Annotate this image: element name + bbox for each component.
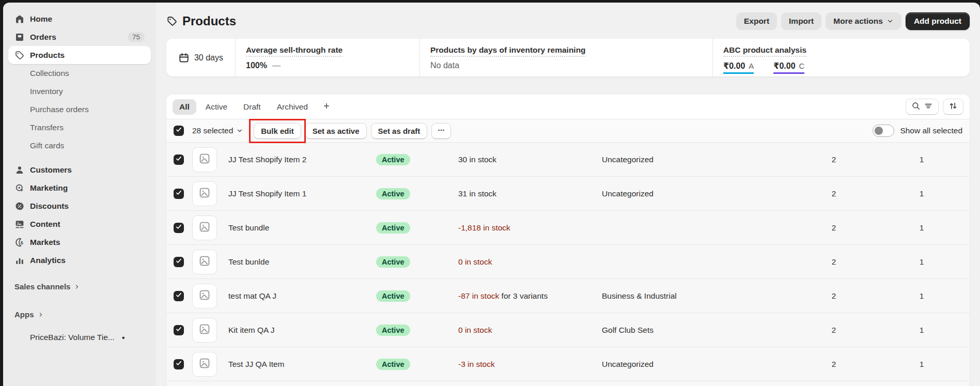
row-checkbox[interactable] (174, 325, 184, 335)
category-cell: Golf Club Sets (602, 326, 790, 335)
stats-card: 30 days Average sell-through rate 100% —… (166, 39, 970, 76)
selected-count-label: 28 selected (192, 126, 233, 135)
sidebar-item[interactable]: Transfers (8, 118, 151, 136)
status-badge: Active (376, 154, 410, 165)
app-notification-dot: • (122, 333, 125, 342)
bulk-action-button[interactable]: Set as active (305, 123, 367, 139)
inventory-cell: 30 in stock (458, 155, 602, 164)
chevron-right-icon (38, 312, 44, 318)
product-thumbnail (192, 250, 217, 274)
product-thumbnail (192, 284, 217, 308)
bulk-action-buttons: Bulk edit Set as active Set as draft (254, 123, 427, 139)
channels-count-cell: 1 (878, 291, 966, 301)
view-tab[interactable]: All (173, 99, 196, 115)
sidebar-section-apps[interactable]: Apps (8, 310, 151, 319)
row-checkbox[interactable] (174, 359, 184, 369)
sidebar-item-label: Inventory (30, 87, 63, 96)
view-tabs: All Active Draft Archived (166, 95, 970, 119)
row-checkbox[interactable] (174, 291, 184, 301)
app-frame: Home Orders 75 Products Collections Inve… (3, 3, 980, 386)
add-product-button[interactable]: Add product (906, 12, 970, 30)
check-icon (175, 360, 182, 369)
filter-icon (924, 101, 933, 113)
sidebar-item[interactable]: Customers (8, 161, 151, 179)
sidebar-item-label: Analytics (30, 256, 66, 265)
category-cell: Uncategorized (602, 155, 790, 164)
channels-count-cell: 1 (878, 326, 966, 335)
show-all-selected-toggle[interactable] (873, 125, 894, 137)
product-thumbnail (192, 318, 217, 343)
sidebar: Home Orders 75 Products Collections Inve… (3, 3, 156, 386)
import-button[interactable]: Import (781, 12, 821, 30)
status-badge: Active (376, 290, 410, 302)
sidebar-item[interactable]: Products (8, 46, 151, 64)
sort-button[interactable] (943, 99, 963, 115)
stat-inventory-days-title[interactable]: Products by days of inventory remaining (430, 45, 586, 57)
row-checkbox[interactable] (174, 155, 184, 165)
sidebar-item[interactable]: Orders 75 (8, 28, 151, 46)
view-tab[interactable]: Active (199, 99, 234, 115)
sidebar-item[interactable]: Purchase orders (8, 100, 151, 118)
table-row[interactable]: Test bunlde Active 0 in stock 2 1 (166, 245, 970, 279)
more-bulk-actions-button[interactable] (431, 123, 451, 139)
status-badge: Active (376, 188, 410, 199)
select-all-checkbox[interactable] (174, 126, 184, 136)
sidebar-section-sales-channels[interactable]: Sales channels (8, 282, 151, 291)
more-actions-button[interactable]: More actions (826, 12, 901, 30)
main-content: Products Export Import More actions Add … (156, 3, 980, 386)
sidebar-item[interactable]: Marketing (8, 179, 151, 197)
sidebar-item[interactable]: Analytics (8, 251, 151, 269)
sidebar-item-label: Products (30, 51, 65, 60)
apps-label: Apps (14, 310, 34, 319)
channels-count-cell: 1 (878, 155, 966, 164)
image-placeholder-icon (198, 221, 211, 235)
selected-count-dropdown[interactable]: 28 selected (192, 126, 243, 135)
table-row[interactable]: JJ Test Shopify Item 2 Active 30 in stoc… (166, 143, 970, 177)
check-icon (175, 189, 182, 198)
product-thumbnail (192, 181, 217, 206)
product-name: JJ Test Shopify Item 1 (228, 189, 376, 198)
sidebar-item[interactable]: $ Markets (8, 233, 151, 251)
row-checkbox[interactable] (174, 223, 184, 233)
orders-icon (14, 32, 25, 42)
sidebar-item[interactable]: Home (8, 10, 151, 28)
table-row[interactable]: test mat QA J Active -87 in stock for 3 … (166, 279, 970, 313)
sidebar-nav: Home Orders 75 Products Collections Inve… (8, 10, 151, 269)
stat-sell-through-title[interactable]: Average sell-through rate (246, 45, 343, 57)
bulk-action-button[interactable]: Bulk edit (254, 123, 301, 139)
chevron-right-icon (74, 284, 80, 290)
date-range-selector[interactable]: 30 days (166, 39, 235, 76)
sidebar-item-label: Home (30, 14, 52, 24)
search-filter-button[interactable] (906, 99, 939, 115)
tab-label: Archived (277, 102, 308, 111)
table-row[interactable]: Test JJ QA Item Active -3 in stock Uncat… (166, 347, 970, 381)
markets-icon: $ (14, 237, 25, 248)
product-name: Test bundle (228, 223, 376, 233)
category-cell: Uncategorized (602, 360, 790, 369)
check-icon (175, 126, 182, 135)
product-name: JJ Test Shopify Item 2 (228, 155, 376, 164)
stat-abc-title[interactable]: ABC product analysis (723, 45, 806, 57)
table-row[interactable]: Kit item QA J Active 0 in stock Golf Clu… (166, 313, 970, 347)
bulk-action-button[interactable]: Set as draft (371, 123, 428, 139)
view-tab[interactable]: Archived (270, 99, 315, 115)
sidebar-item[interactable]: Collections (8, 64, 151, 82)
chevron-down-icon (236, 127, 243, 134)
table-row[interactable]: Test bundle Active -1,818 in stock 2 1 (166, 211, 970, 245)
sidebar-item[interactable]: Inventory (8, 82, 151, 100)
variants-count-cell: 2 (790, 223, 878, 233)
row-checkbox[interactable] (174, 257, 184, 267)
header-actions: Export Import More actions Add product (736, 12, 970, 30)
sidebar-item[interactable]: Content (8, 215, 151, 233)
stat-sell-through-trend: — (272, 61, 281, 70)
tabs-list: All Active Draft Archived (173, 99, 315, 115)
sidebar-item[interactable]: Discounts (8, 197, 151, 215)
row-checkbox[interactable] (174, 189, 184, 199)
view-tab[interactable]: Draft (237, 99, 268, 115)
sidebar-item-pricebazi-app[interactable]: PriceBazi: Volume Tie... • (8, 333, 151, 342)
sidebar-item[interactable]: Gift cards (8, 136, 151, 155)
table-row[interactable]: JJ Test Shopify Item 1 Active 31 in stoc… (166, 177, 970, 211)
add-view-button[interactable] (317, 99, 336, 115)
marketing-icon (14, 183, 25, 193)
export-button[interactable]: Export (736, 12, 777, 30)
